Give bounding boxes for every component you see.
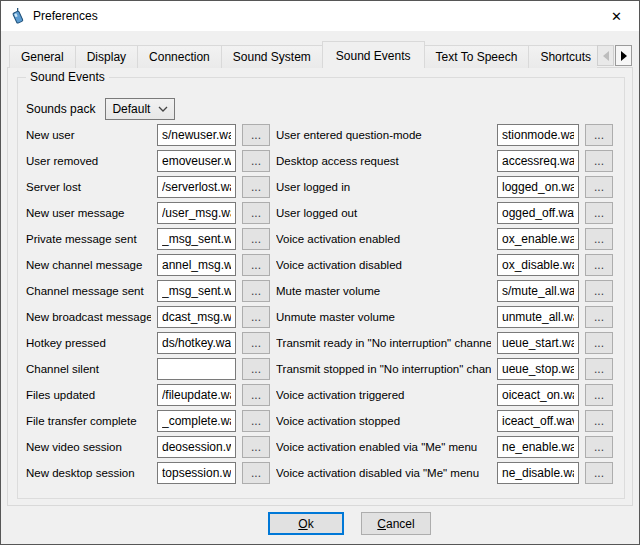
sound-file-input[interactable]	[497, 280, 579, 302]
window-title: Preferences	[33, 9, 98, 23]
browse-button[interactable]: ...	[585, 462, 613, 484]
sound-file-input[interactable]	[157, 280, 236, 302]
sound-file-input[interactable]	[157, 410, 236, 432]
tab-label: General	[21, 50, 64, 64]
tab-sound-system[interactable]: Sound System	[221, 45, 323, 68]
sound-file-input[interactable]	[157, 436, 236, 458]
browse-button[interactable]: ...	[585, 254, 613, 276]
browse-button[interactable]: ...	[242, 462, 270, 484]
sound-file-input[interactable]	[157, 306, 236, 328]
event-label: New video session	[26, 441, 151, 453]
browse-button[interactable]: ...	[585, 280, 613, 302]
browse-button[interactable]: ...	[242, 384, 270, 406]
browse-button[interactable]: ...	[585, 176, 613, 198]
browse-button[interactable]: ...	[585, 410, 613, 432]
browse-button[interactable]: ...	[242, 332, 270, 354]
sound-file-input[interactable]	[497, 228, 579, 250]
event-label: Hotkey pressed	[26, 337, 151, 349]
browse-button[interactable]: ...	[242, 436, 270, 458]
event-label: Unmute master volume	[276, 311, 491, 323]
sound-file-input[interactable]	[157, 254, 236, 276]
event-label: New desktop session	[26, 467, 151, 479]
browse-button[interactable]: ...	[585, 358, 613, 380]
sound-file-input[interactable]	[157, 358, 236, 380]
sounds-pack-select[interactable]: Default	[105, 98, 175, 120]
sound-file-input[interactable]	[497, 332, 579, 354]
sound-file-input[interactable]	[497, 150, 579, 172]
browse-button[interactable]: ...	[242, 202, 270, 224]
event-label: New user message	[26, 207, 151, 219]
tab-sound-events[interactable]: Sound Events	[322, 41, 425, 68]
sound-file-input[interactable]	[157, 462, 236, 484]
ok-button[interactable]: Ok	[268, 512, 344, 535]
group-title: Sound Events	[26, 70, 109, 84]
tab-scroll-right-button[interactable]	[615, 45, 632, 66]
browse-button[interactable]: ...	[585, 306, 613, 328]
chevron-left-icon	[603, 51, 609, 61]
browse-button[interactable]: ...	[585, 150, 613, 172]
tab-general[interactable]: General	[9, 45, 76, 68]
chevron-right-icon	[621, 51, 627, 61]
sound-file-input[interactable]	[157, 124, 236, 146]
tab-shortcuts[interactable]: Shortcuts	[528, 45, 597, 68]
ok-label: O	[298, 517, 307, 531]
tab-display[interactable]: Display	[75, 45, 138, 68]
event-label: Transmit stopped in "No interruption" ch…	[276, 363, 491, 375]
event-label: File transfer complete	[26, 415, 151, 427]
browse-button[interactable]: ...	[242, 306, 270, 328]
tab-label: Sound Events	[336, 49, 411, 63]
cancel-label: C	[377, 517, 386, 531]
tab-label: Display	[87, 50, 126, 64]
event-label: New broadcast message	[26, 311, 151, 323]
sound-file-input[interactable]	[157, 384, 236, 406]
event-label: Server lost	[26, 181, 151, 193]
title-bar: Preferences ✕	[1, 1, 639, 31]
sound-events-group: Sound Events Sounds pack Default New use…	[17, 77, 625, 499]
sound-file-input[interactable]	[497, 254, 579, 276]
event-label: User entered question-mode	[276, 129, 491, 141]
browse-button[interactable]: ...	[585, 124, 613, 146]
browse-button[interactable]: ...	[585, 384, 613, 406]
sound-file-input[interactable]	[497, 436, 579, 458]
event-label: New user	[26, 129, 151, 141]
browse-button[interactable]: ...	[242, 410, 270, 432]
preferences-window: Preferences ✕ GeneralDisplayConnectionSo…	[0, 0, 640, 545]
browse-button[interactable]: ...	[242, 280, 270, 302]
sounds-pack-value: Default	[112, 102, 158, 116]
sound-file-input[interactable]	[497, 202, 579, 224]
browse-button[interactable]: ...	[585, 436, 613, 458]
chevron-down-icon	[158, 106, 168, 112]
browse-button[interactable]: ...	[585, 202, 613, 224]
sound-file-input[interactable]	[157, 202, 236, 224]
browse-button[interactable]: ...	[242, 150, 270, 172]
sound-file-input[interactable]	[157, 332, 236, 354]
tab-text-to-speech[interactable]: Text To Speech	[424, 45, 530, 68]
cancel-button[interactable]: Cancel	[361, 512, 431, 535]
app-icon	[9, 8, 26, 25]
close-icon: ✕	[611, 9, 622, 24]
tab-label: Connection	[149, 50, 210, 64]
sounds-pack-label: Sounds pack	[26, 102, 95, 116]
event-label: Voice activation stopped	[276, 415, 491, 427]
browse-button[interactable]: ...	[242, 254, 270, 276]
sound-file-input[interactable]	[497, 410, 579, 432]
sound-file-input[interactable]	[157, 228, 236, 250]
sound-file-input[interactable]	[157, 150, 236, 172]
sound-file-input[interactable]	[497, 306, 579, 328]
browse-button[interactable]: ...	[585, 228, 613, 250]
browse-button[interactable]: ...	[242, 358, 270, 380]
sound-file-input[interactable]	[497, 384, 579, 406]
tab-connection[interactable]: Connection	[137, 45, 222, 68]
sound-file-input[interactable]	[497, 176, 579, 198]
sound-file-input[interactable]	[497, 462, 579, 484]
browse-button[interactable]: ...	[585, 332, 613, 354]
event-label: Voice activation enabled	[276, 233, 491, 245]
sound-file-input[interactable]	[497, 358, 579, 380]
sound-file-input[interactable]	[157, 176, 236, 198]
sound-file-input[interactable]	[497, 124, 579, 146]
browse-button[interactable]: ...	[242, 176, 270, 198]
tab-scroll-left-button[interactable]	[597, 45, 614, 66]
browse-button[interactable]: ...	[242, 228, 270, 250]
close-button[interactable]: ✕	[594, 1, 639, 31]
browse-button[interactable]: ...	[242, 124, 270, 146]
